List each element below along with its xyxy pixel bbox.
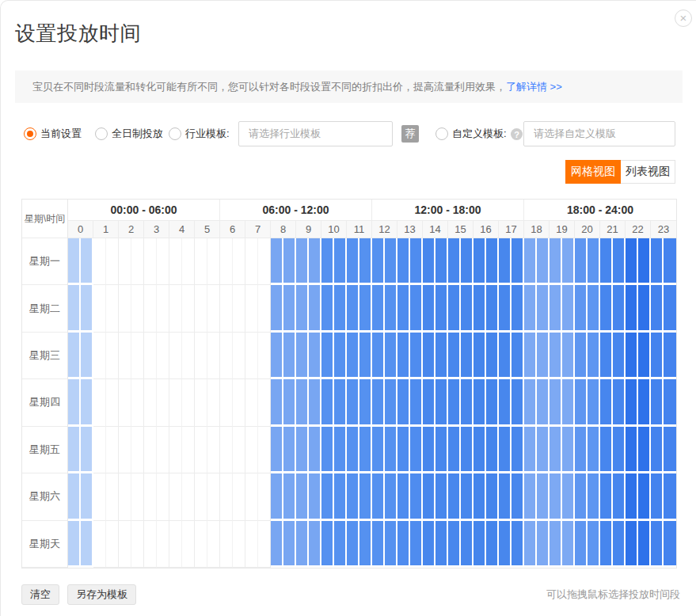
schedule-cell[interactable]	[575, 379, 588, 426]
schedule-cell[interactable]	[385, 238, 397, 285]
schedule-cell[interactable]	[93, 238, 106, 285]
schedule-cell[interactable]	[334, 473, 347, 520]
schedule-cell[interactable]	[588, 285, 600, 332]
schedule-cell[interactable]	[144, 379, 157, 426]
schedule-cell[interactable]	[258, 473, 271, 520]
schedule-cell[interactable]	[537, 427, 550, 473]
schedule-cell[interactable]	[119, 473, 131, 520]
schedule-cell[interactable]	[233, 427, 245, 473]
schedule-cell[interactable]	[334, 379, 347, 426]
schedule-cell[interactable]	[613, 285, 626, 332]
schedule-cell[interactable]	[385, 427, 397, 473]
save-as-template-button[interactable]: 另存为模板	[67, 584, 136, 605]
schedule-cell[interactable]	[309, 285, 321, 332]
schedule-cell[interactable]	[195, 521, 207, 568]
schedule-cell[interactable]	[613, 238, 626, 285]
schedule-cell[interactable]	[195, 473, 207, 520]
schedule-cell[interactable]	[106, 379, 119, 426]
schedule-cell[interactable]	[423, 427, 435, 473]
schedule-cell[interactable]	[486, 521, 499, 568]
schedule-cell[interactable]	[309, 427, 321, 473]
schedule-cell[interactable]	[347, 285, 359, 332]
schedule-cell[interactable]	[512, 427, 524, 473]
clear-button[interactable]: 清空	[21, 584, 59, 605]
schedule-cell[interactable]	[651, 238, 664, 285]
schedule-cell[interactable]	[283, 427, 296, 473]
schedule-cell[interactable]	[195, 285, 207, 332]
schedule-cell[interactable]	[499, 379, 512, 426]
schedule-cell[interactable]	[334, 427, 347, 473]
schedule-cell[interactable]	[499, 333, 512, 379]
schedule-cell[interactable]	[296, 427, 309, 473]
schedule-cell[interactable]	[461, 521, 474, 568]
schedule-cell[interactable]	[524, 521, 537, 568]
schedule-cell[interactable]	[626, 379, 638, 426]
schedule-cell[interactable]	[613, 379, 626, 426]
schedule-cell[interactable]	[385, 521, 397, 568]
schedule-cell[interactable]	[423, 333, 435, 379]
schedule-cell[interactable]	[651, 285, 664, 332]
schedule-cell[interactable]	[575, 238, 588, 285]
schedule-cell[interactable]	[613, 473, 626, 520]
schedule-cell[interactable]	[106, 333, 119, 379]
schedule-cell[interactable]	[321, 333, 334, 379]
schedule-cell[interactable]	[169, 521, 182, 568]
schedule-cell[interactable]	[131, 238, 144, 285]
schedule-cell[interactable]	[157, 379, 169, 426]
schedule-cell[interactable]	[245, 521, 258, 568]
schedule-cell[interactable]	[410, 285, 423, 332]
schedule-cell[interactable]	[182, 473, 195, 520]
schedule-cell[interactable]	[575, 427, 588, 473]
schedule-cell[interactable]	[397, 427, 410, 473]
schedule-cell[interactable]	[474, 521, 486, 568]
schedule-cell[interactable]	[271, 238, 283, 285]
schedule-cell[interactable]	[68, 238, 81, 285]
schedule-cell[interactable]	[93, 473, 106, 520]
schedule-cell[interactable]	[499, 473, 512, 520]
schedule-cell[interactable]	[664, 285, 676, 332]
schedule-cell[interactable]	[321, 379, 334, 426]
schedule-cell[interactable]	[448, 238, 461, 285]
schedule-cell[interactable]	[144, 473, 157, 520]
schedule-cell[interactable]	[562, 473, 575, 520]
schedule-cell[interactable]	[283, 285, 296, 332]
schedule-cell[interactable]	[423, 285, 435, 332]
schedule-cell[interactable]	[182, 427, 195, 473]
grid-view-button[interactable]: 网格视图	[565, 160, 621, 184]
schedule-cell[interactable]	[106, 473, 119, 520]
schedule-cell[interactable]	[600, 333, 613, 379]
schedule-cell[interactable]	[600, 379, 613, 426]
schedule-cell[interactable]	[524, 427, 537, 473]
schedule-cell[interactable]	[68, 379, 81, 426]
schedule-cell[interactable]	[169, 473, 182, 520]
schedule-cell[interactable]	[575, 333, 588, 379]
schedule-cell[interactable]	[664, 238, 676, 285]
schedule-cell[interactable]	[435, 285, 448, 332]
schedule-cell[interactable]	[524, 285, 537, 332]
schedule-cell[interactable]	[562, 285, 575, 332]
schedule-cell[interactable]	[638, 473, 651, 520]
radio-industry-template[interactable]	[169, 127, 181, 140]
schedule-cell[interactable]	[81, 238, 93, 285]
schedule-cell[interactable]	[106, 521, 119, 568]
schedule-cell[interactable]	[410, 333, 423, 379]
schedule-cell[interactable]	[651, 473, 664, 520]
schedule-cell[interactable]	[435, 473, 448, 520]
schedule-cell[interactable]	[106, 285, 119, 332]
schedule-cell[interactable]	[474, 285, 486, 332]
list-view-button[interactable]: 列表视图	[621, 160, 675, 184]
schedule-cell[interactable]	[245, 379, 258, 426]
schedule-cell[interactable]	[157, 521, 169, 568]
schedule-cell[interactable]	[334, 333, 347, 379]
schedule-cell[interactable]	[588, 333, 600, 379]
schedule-cell[interactable]	[119, 238, 131, 285]
schedule-cell[interactable]	[245, 427, 258, 473]
schedule-cell[interactable]	[588, 521, 600, 568]
schedule-cell[interactable]	[220, 379, 233, 426]
schedule-cell[interactable]	[651, 333, 664, 379]
schedule-cell[interactable]	[423, 473, 435, 520]
schedule-cell[interactable]	[562, 379, 575, 426]
schedule-cell[interactable]	[106, 427, 119, 473]
schedule-cell[interactable]	[397, 521, 410, 568]
schedule-cell[interactable]	[550, 379, 562, 426]
